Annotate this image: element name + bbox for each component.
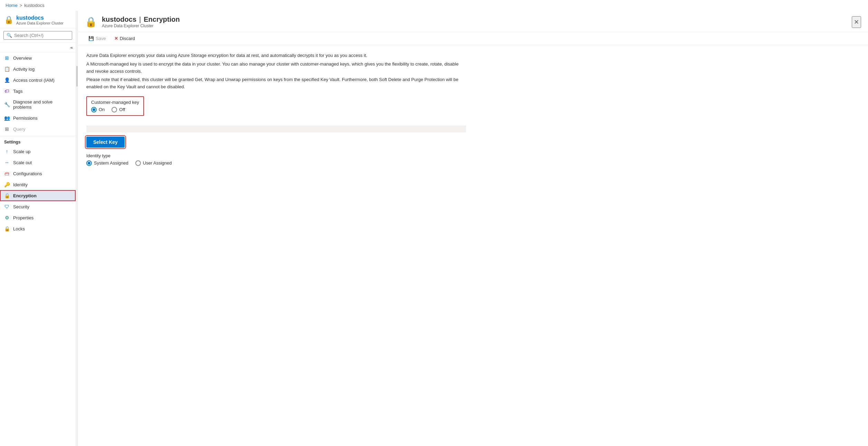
page-header-left: 🔒 kustodocs | Encryption Azure Data Expl…: [85, 16, 180, 28]
permissions-icon: 👥: [4, 115, 10, 121]
activity-log-label: Activity log: [13, 67, 35, 72]
activity-log-icon: 📋: [4, 66, 10, 72]
discard-label: Discard: [120, 36, 135, 41]
breadcrumb-home[interactable]: Home: [6, 3, 18, 8]
page-cluster-name: kustodocs: [102, 16, 136, 23]
toolbar: 💾 Save ✕ Discard: [78, 32, 868, 45]
configurations-icon: 🗃: [4, 171, 10, 176]
breadcrumb-current[interactable]: kustodocs: [24, 3, 45, 8]
sidebar-item-access-control[interactable]: 👤 Access control (IAM): [0, 75, 76, 86]
user-assigned-radio[interactable]: [135, 160, 141, 166]
user-assigned-option[interactable]: User Assigned: [135, 160, 172, 166]
sidebar-wrapper: 🔒 kustodocs Azure Data Explorer Cluster …: [0, 11, 78, 446]
search-input[interactable]: [14, 33, 69, 38]
sidebar-item-configurations[interactable]: 🗃 Configurations: [0, 168, 76, 179]
locks-icon: 🔒: [4, 226, 10, 231]
system-assigned-option[interactable]: System Assigned: [86, 160, 128, 166]
sidebar-item-diagnose[interactable]: 🔧 Diagnose and solve problems: [0, 97, 76, 112]
identity-label: Identity: [13, 182, 28, 187]
security-label: Security: [13, 204, 29, 209]
identity-type-section: Identity type System Assigned User Assig…: [86, 153, 860, 166]
sidebar-item-locks[interactable]: 🔒 Locks: [0, 223, 76, 234]
settings-section-label: Settings: [0, 136, 76, 146]
sidebar-cluster-type: Azure Data Explorer Cluster: [16, 21, 64, 25]
cmk-off-option[interactable]: Off: [112, 107, 125, 112]
identity-type-label: Identity type: [86, 153, 860, 158]
system-assigned-radio[interactable]: [86, 160, 92, 166]
cmk-off-label: Off: [119, 107, 125, 112]
sidebar-cluster-name: kustodocs: [16, 15, 64, 21]
sidebar-item-scale-up[interactable]: ↑ Scale up: [0, 146, 76, 157]
breadcrumb-separator: >: [20, 3, 22, 8]
sidebar-item-activity-log[interactable]: 📋 Activity log: [0, 63, 76, 75]
diagnose-label: Diagnose and solve problems: [13, 99, 71, 110]
content-area: 🔒 kustodocs | Encryption Azure Data Expl…: [78, 11, 868, 446]
sidebar-item-encryption[interactable]: 🔒 Encryption: [0, 190, 76, 201]
discard-button[interactable]: ✕ Discard: [111, 34, 138, 43]
discard-icon: ✕: [114, 36, 118, 41]
scale-up-label: Scale up: [13, 149, 31, 154]
sidebar-item-security[interactable]: 🛡 Security: [0, 201, 76, 212]
page-title-sep: |: [139, 16, 141, 23]
main-area: 🔒 kustodocs Azure Data Explorer Cluster …: [0, 11, 868, 446]
search-wrapper[interactable]: 🔍: [3, 31, 72, 40]
description-line3: Please note that if enabled, this cluste…: [86, 76, 466, 91]
description-line1: Azure Data Explorer encrypts your data u…: [86, 52, 466, 59]
sidebar-nav: ⊞ Overview 📋 Activity log 👤 Access contr…: [0, 52, 76, 446]
sidebar-item-identity[interactable]: 🔑 Identity: [0, 179, 76, 190]
search-icon: 🔍: [7, 33, 12, 38]
page-header-icon: 🔒: [85, 16, 97, 28]
sidebar-item-permissions[interactable]: 👥 Permissions: [0, 112, 76, 123]
page-title-block: kustodocs | Encryption Azure Data Explor…: [102, 16, 180, 28]
cmk-on-option[interactable]: On: [91, 107, 105, 112]
user-assigned-label: User Assigned: [143, 160, 172, 166]
system-assigned-label: System Assigned: [94, 160, 128, 166]
sidebar-item-properties[interactable]: ⚙ Properties: [0, 212, 76, 223]
cmk-on-label: On: [99, 107, 105, 112]
description-line2: A Microsoft-managed key is used to encry…: [86, 61, 466, 75]
cmk-radio-group: On Off: [91, 107, 139, 112]
cmk-on-radio[interactable]: [91, 107, 97, 112]
sidebar-item-tags[interactable]: 🏷 Tags: [0, 86, 76, 97]
page-subtitle: Azure Data Explorer Cluster: [102, 23, 180, 28]
overview-icon: ⊞: [4, 55, 10, 61]
save-icon: 💾: [88, 36, 94, 41]
identity-icon: 🔑: [4, 182, 10, 187]
main-content: Azure Data Explorer encrypts your data u…: [78, 45, 868, 446]
tags-label: Tags: [13, 89, 22, 94]
page-header: 🔒 kustodocs | Encryption Azure Data Expl…: [78, 11, 868, 32]
collapse-button[interactable]: «: [0, 43, 76, 52]
access-control-icon: 👤: [4, 77, 10, 83]
select-key-button[interactable]: Select Key: [86, 137, 125, 148]
permissions-label: Permissions: [13, 116, 38, 121]
cmk-off-radio[interactable]: [112, 107, 117, 112]
collapse-icon: «: [70, 45, 73, 50]
sidebar-item-scale-out[interactable]: ↔ Scale out: [0, 157, 76, 168]
cluster-icon: 🔒: [4, 16, 13, 24]
sidebar-scrollbar[interactable]: [76, 11, 78, 446]
access-control-label: Access control (IAM): [13, 78, 55, 83]
security-icon: 🛡: [4, 204, 10, 209]
description-block: Azure Data Explorer encrypts your data u…: [86, 52, 466, 91]
sidebar: 🔒 kustodocs Azure Data Explorer Cluster …: [0, 11, 76, 446]
properties-icon: ⚙: [4, 215, 10, 220]
select-key-wrapper: Select Key: [86, 137, 860, 148]
sidebar-item-query[interactable]: ⊞ Query: [0, 123, 76, 135]
locks-label: Locks: [13, 226, 25, 231]
close-button[interactable]: ✕: [852, 16, 861, 28]
overview-label: Overview: [13, 56, 32, 61]
encryption-icon: 🔒: [4, 193, 10, 198]
cmk-label: Customer-managed key: [91, 100, 139, 105]
query-label: Query: [13, 127, 25, 132]
configurations-label: Configurations: [13, 171, 42, 176]
app-container: Home > kustodocs 🔒 kustodocs Azure Data …: [0, 0, 868, 446]
sidebar-item-overview[interactable]: ⊞ Overview: [0, 52, 76, 63]
sidebar-header: 🔒 kustodocs Azure Data Explorer Cluster: [0, 11, 76, 28]
query-icon: ⊞: [4, 126, 10, 132]
save-button[interactable]: 💾 Save: [85, 34, 109, 43]
sidebar-header-text: kustodocs Azure Data Explorer Cluster: [16, 15, 64, 25]
search-box: 🔍: [0, 28, 76, 43]
properties-label: Properties: [13, 215, 33, 220]
customer-managed-key-section: Customer-managed key On Off: [86, 96, 144, 116]
scale-out-label: Scale out: [13, 160, 32, 165]
